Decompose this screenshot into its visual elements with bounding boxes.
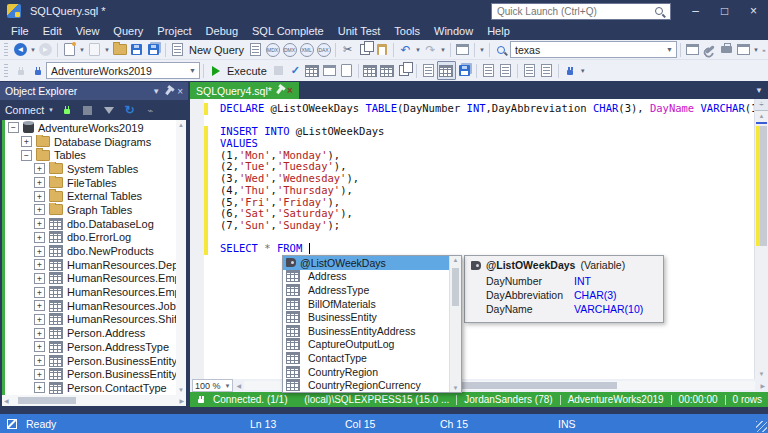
activity-monitor-icon[interactable]: ⌁ — [142, 102, 159, 119]
tree-vertical-scrollbar[interactable]: ▲ ▼ — [176, 120, 186, 395]
editor-vertical-scrollbar[interactable]: ÷ ▲ ▼ — [754, 99, 768, 379]
scroll-down-icon[interactable]: ▼ — [178, 387, 184, 393]
paste-icon[interactable] — [373, 41, 390, 58]
include-actual-plan-icon[interactable] — [362, 62, 379, 79]
tree-item-humanresources-emp[interactable]: +HumanResources.Emp — [6, 285, 176, 299]
menu-query[interactable]: Query — [106, 25, 150, 37]
script-window-icon[interactable] — [454, 41, 471, 58]
tree-item-graph-tables[interactable]: +Graph Tables — [6, 203, 176, 217]
expander-icon[interactable]: + — [34, 218, 45, 229]
tree-item-database-diagrams[interactable]: +Database Diagrams — [6, 135, 176, 149]
uncomment-icon[interactable] — [497, 62, 514, 79]
display-estimated-plan-icon[interactable] — [304, 62, 321, 79]
cancel-query-icon[interactable] — [270, 62, 287, 79]
new-query-icon[interactable] — [169, 41, 186, 58]
new-query-button[interactable]: New Query — [189, 44, 244, 56]
toolbar-options-caret-icon[interactable]: ▼ — [579, 68, 587, 74]
completion-item-businessentityaddress[interactable]: BusinessEntityAddress — [283, 324, 450, 338]
menu-debug[interactable]: Debug — [199, 25, 245, 37]
connect-icon[interactable] — [12, 62, 29, 79]
menu-view[interactable]: View — [69, 25, 107, 37]
tab-sqlquery4[interactable]: SQLQuery4.sql* × — [190, 82, 299, 99]
completion-item-contacttype[interactable]: ContactType — [283, 351, 450, 365]
tree-item-humanresources-emp[interactable]: +HumanResources.Emp — [6, 272, 176, 286]
completion-item-countryregion[interactable]: CountryRegion — [283, 365, 450, 379]
menu-unit-test[interactable]: Unit Test — [331, 25, 388, 37]
results-to-grid-icon[interactable] — [437, 61, 456, 80]
scroll-down-icon[interactable]: ▼ — [450, 385, 461, 391]
completion-item-businessentity[interactable]: BusinessEntity — [283, 310, 450, 324]
xmla-query-icon[interactable]: XML — [298, 41, 315, 58]
expander-icon[interactable]: + — [34, 163, 45, 174]
code-line-3[interactable]: INSERT INTO @ListOWeekDays — [190, 126, 754, 138]
properties-window-icon[interactable] — [735, 41, 752, 58]
scroll-up-icon[interactable]: ▲ — [755, 111, 768, 121]
scroll-right-icon[interactable]: ▶ — [757, 382, 768, 389]
tree-horizontal-scrollbar[interactable]: ◀ ▶ — [2, 395, 186, 406]
tree-item-filetables[interactable]: +FileTables — [6, 176, 176, 190]
expander-icon[interactable]: + — [34, 273, 45, 284]
undo-caret-icon[interactable]: ▼ — [414, 47, 422, 53]
scrollbar-thumb[interactable] — [452, 268, 459, 306]
refresh-icon[interactable]: ↻ — [121, 102, 138, 119]
menu-tools[interactable]: Tools — [387, 25, 427, 37]
scrollbar-thumb[interactable] — [18, 397, 76, 404]
open-file-icon[interactable] — [111, 41, 128, 58]
dax-query-icon[interactable]: DAX — [315, 41, 332, 58]
expander-icon[interactable]: + — [34, 300, 45, 311]
redo-caret-icon[interactable]: ▼ — [439, 47, 447, 53]
tree-item-dbo-errorlog[interactable]: +dbo.ErrorLog — [6, 231, 176, 245]
copy-icon[interactable] — [356, 41, 373, 58]
document-list-caret-icon[interactable]: ▼ — [755, 86, 763, 95]
new-item-icon[interactable] — [61, 41, 78, 58]
change-connection-icon[interactable] — [29, 62, 46, 79]
code-line-1[interactable]: DECLARE @ListOWeekDays TABLE(DayNumber I… — [190, 103, 754, 115]
menu-project[interactable]: Project — [150, 25, 198, 37]
expander-icon[interactable]: + — [34, 382, 45, 393]
pin-icon[interactable] — [276, 87, 283, 94]
chevron-down-icon[interactable]: ▼ — [663, 46, 676, 53]
search-combobox[interactable]: texas ▼ — [510, 41, 677, 58]
mdx-query-icon[interactable]: MDX — [264, 41, 281, 58]
tree-item-person-businessentity[interactable]: +Person.BusinessEntity — [6, 354, 176, 368]
toolbar-overflow-icon[interactable]: » — [760, 47, 768, 53]
live-query-stats-icon[interactable] — [379, 62, 396, 79]
intellisense-icon[interactable] — [338, 62, 355, 79]
disconnect-icon[interactable] — [58, 102, 75, 119]
tree-item-person-address[interactable]: +Person.Address — [6, 326, 176, 340]
popup-scrollbar[interactable]: ▲ ▼ — [449, 256, 461, 392]
find-icon[interactable] — [493, 41, 510, 58]
splitter-handle[interactable]: ÷ — [755, 99, 768, 111]
menu-window[interactable]: Window — [427, 25, 480, 37]
navigate-forward-icon[interactable]: ► — [37, 41, 54, 58]
tree-item-person-contacttype[interactable]: +Person.ContactType — [6, 381, 176, 395]
filter-icon[interactable] — [100, 102, 117, 119]
tree-item-system-tables[interactable]: +System Tables — [6, 162, 176, 176]
completion-item-countryregioncurrency[interactable]: CountryRegionCurrency — [283, 378, 450, 392]
dropdown-caret-icon[interactable]: ▼ — [478, 47, 486, 53]
execute-button[interactable]: Execute — [227, 65, 267, 77]
menu-help[interactable]: Help — [480, 25, 517, 37]
database-engine-query-icon[interactable] — [247, 41, 264, 58]
save-icon[interactable] — [128, 41, 145, 58]
zoom-selector[interactable]: 100 % ▼ — [192, 379, 233, 392]
tree-item-tables[interactable]: −Tables — [6, 148, 176, 162]
tree-item-adventureworks2019[interactable]: −AdventureWorks2019 — [6, 121, 176, 135]
completion-item-address[interactable]: Address — [283, 270, 450, 284]
expander-icon[interactable]: + — [34, 259, 45, 270]
client-statistics-icon[interactable] — [396, 62, 413, 79]
decrease-indent-icon[interactable] — [521, 62, 538, 79]
add-item-caret-icon[interactable]: ▼ — [103, 47, 111, 53]
completion-item-listoweekdays[interactable]: @ListOWeekDays — [283, 256, 450, 270]
new-item-caret-icon[interactable]: ▼ — [78, 47, 86, 53]
undo-icon[interactable]: ↶ — [397, 41, 414, 58]
pin-icon[interactable] — [165, 87, 172, 94]
tree-item-person-businessentitya[interactable]: +Person.BusinessEntityA — [6, 367, 176, 381]
expander-icon[interactable]: + — [34, 314, 45, 325]
scroll-down-icon[interactable]: ▼ — [755, 369, 768, 379]
expander-icon[interactable]: + — [34, 328, 45, 339]
menu-edit[interactable]: Edit — [36, 25, 69, 37]
resize-grip[interactable] — [756, 421, 767, 432]
execute-icon[interactable] — [207, 62, 224, 79]
comment-icon[interactable] — [480, 62, 497, 79]
